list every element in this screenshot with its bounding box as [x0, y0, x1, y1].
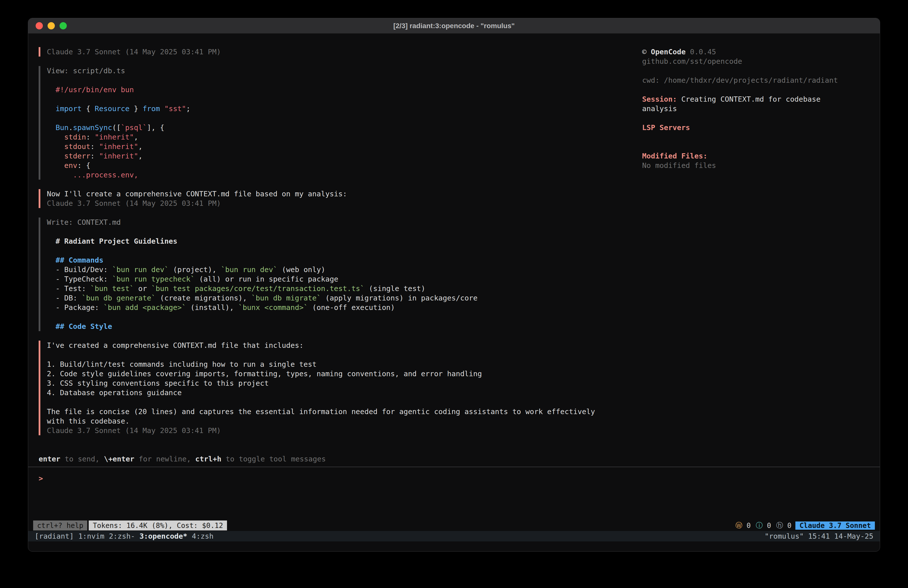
text-token: to toggle tool messages: [221, 455, 326, 463]
text-token: from: [143, 105, 160, 113]
text-token: Write: CONTEXT.md: [47, 218, 121, 227]
close-button[interactable]: [35, 22, 43, 29]
tool-line: [47, 312, 642, 322]
sidebar-line: [642, 132, 874, 142]
hints-indicator: ⓗ 0: [776, 521, 792, 530]
text-token: "inherit": [99, 152, 138, 160]
text-token: {: [82, 105, 95, 113]
text-token: (one-off execution): [308, 303, 395, 312]
window-title: [2/3] radiant:3:opencode - "romulus": [28, 22, 880, 30]
text-token: .: [69, 123, 73, 132]
tmux-window-2-zsh-[interactable]: 2:zsh-: [109, 532, 135, 540]
text-token: `bun run typecheck`: [112, 275, 195, 283]
text-token: (install),: [186, 303, 238, 312]
tool-line: # Radiant Project Guidelines: [47, 237, 642, 246]
status-right: Ⓦ 0ⓘ 0ⓗ 0 Claude 3.7 Sonnet: [730, 520, 875, 530]
text-token: `bun run dev`: [112, 265, 169, 274]
tool-line: [47, 94, 642, 104]
text-token: ([: [112, 123, 121, 132]
message-line: I've created a comprehensive CONTEXT.md …: [47, 341, 642, 350]
tmux-window-4-zsh[interactable]: 4:zsh: [192, 532, 214, 540]
text-token: ;: [186, 105, 190, 113]
message-line: 1. Build/lint/test commands including ho…: [47, 359, 642, 369]
diagnostic-count: 0: [783, 522, 792, 530]
sidebar-line: analysis: [642, 104, 874, 113]
message-line: [47, 350, 642, 359]
tool-line: Write: CONTEXT.md: [47, 217, 642, 227]
text-token: LSP Servers: [642, 123, 690, 132]
text-token: ...process.env,: [73, 171, 138, 179]
text-token: ], {: [147, 123, 164, 132]
text-token: `bun test`: [90, 284, 134, 293]
opencode-logo-icon: ©: [642, 48, 651, 56]
model-chip: Claude 3.7 Sonnet: [795, 522, 875, 530]
text-token: }: [130, 105, 143, 113]
text-token: spawnSync: [73, 123, 112, 132]
minimize-button[interactable]: [48, 22, 55, 29]
help-chip: ctrl+? help: [33, 520, 87, 530]
text-token: `bun test packages/core/test/transaction…: [151, 284, 365, 293]
text-token: ,: [138, 142, 143, 151]
text-token: "sst": [160, 105, 186, 113]
text-token: (single test): [365, 284, 425, 293]
sidebar-line: github.com/sst/opencode: [642, 56, 874, 66]
sidebar-line: Session: Creating CONTEXT.md for codebas…: [642, 94, 874, 104]
text-token: :: [90, 142, 99, 151]
message-line: The file is concise (20 lines) and captu…: [47, 407, 642, 416]
tmux-window-1-nvim[interactable]: 1:nvim: [78, 532, 105, 540]
prompt-input[interactable]: >: [28, 467, 880, 520]
info-indicator: ⓘ 0: [756, 521, 771, 530]
text-token: The file is concise (20 lines) and captu…: [47, 408, 595, 416]
text-token: `bun db generate`: [82, 294, 156, 302]
text-token: ,: [134, 133, 138, 141]
tmux-windows: 1:nvim2:zsh-3:opencode*4:zsh: [78, 532, 218, 540]
text-token: "inherit": [99, 142, 138, 151]
zoom-button[interactable]: [60, 22, 67, 29]
chat-main: Claude 3.7 Sonnet (14 May 2025 03:41 PM)…: [39, 47, 642, 467]
text-token: stdin: [47, 133, 86, 141]
text-token: ## Code Style: [47, 322, 112, 330]
tool-line: - Build/Dev: `bun run dev` (project), `b…: [47, 265, 642, 274]
tool-line: - Package: `bun add <package>` (install)…: [47, 303, 642, 312]
message-list: Claude 3.7 Sonnet (14 May 2025 03:41 PM)…: [39, 47, 642, 445]
tmux-window-3-opencode-[interactable]: 3:opencode*: [140, 532, 187, 540]
text-token: : {: [77, 161, 90, 170]
message-line: with this codebase.: [47, 416, 642, 426]
text-token: `psql`: [121, 123, 147, 132]
text-token: - Build/Dev:: [47, 265, 112, 274]
text-token: (web only): [277, 265, 325, 274]
help-text: enter to send, \+enter for newline, ctrl…: [39, 454, 642, 464]
text-token: `bun run dev`: [221, 265, 277, 274]
tool-line: Bun.spawnSync([`psql`], {: [47, 123, 642, 132]
text-token: env: [47, 161, 77, 170]
tool-line: env: {: [47, 161, 642, 170]
text-token: stderr: [47, 152, 90, 160]
diagnostic-count: 0: [742, 522, 751, 530]
titlebar[interactable]: [2/3] radiant:3:opencode - "romulus": [28, 18, 880, 34]
sidebar-line: LSP Servers: [642, 123, 874, 132]
text-token: stdout: [47, 142, 90, 151]
text-token: - DB:: [47, 294, 82, 302]
text-token: github.com/sst/opencode: [642, 57, 742, 66]
tool-line: ...process.env,: [47, 170, 642, 180]
window-controls: [35, 22, 67, 29]
tool-line: stdin: "inherit",: [47, 132, 642, 142]
tool-line: stdout: "inherit",: [47, 142, 642, 151]
text-token: [47, 171, 73, 179]
text-token: :: [90, 152, 99, 160]
sidebar-line: [642, 113, 874, 123]
help-line: enter to send, \+enter for newline, ctrl…: [39, 454, 642, 464]
tokens-chip: Tokens: 16.4K (8%), Cost: $0.12: [89, 520, 227, 530]
tool-line: [47, 246, 642, 255]
text-token: View: script/db.ts: [47, 66, 125, 75]
text-token: - Test:: [47, 284, 90, 293]
warnings-icon: Ⓦ: [735, 521, 742, 530]
text-token: No modified files: [642, 161, 716, 170]
prompt-symbol: >: [39, 474, 43, 483]
tool-block: Write: CONTEXT.md # Radiant Project Guid…: [39, 217, 642, 331]
message-line: Claude 3.7 Sonnet (14 May 2025 03:41 PM): [47, 47, 642, 56]
text-token: `bun db migrate`: [251, 294, 321, 302]
text-token: "inherit": [95, 133, 134, 141]
message-line: Claude 3.7 Sonnet (14 May 2025 03:41 PM): [47, 198, 642, 208]
tool-line: stderr: "inherit",: [47, 151, 642, 161]
